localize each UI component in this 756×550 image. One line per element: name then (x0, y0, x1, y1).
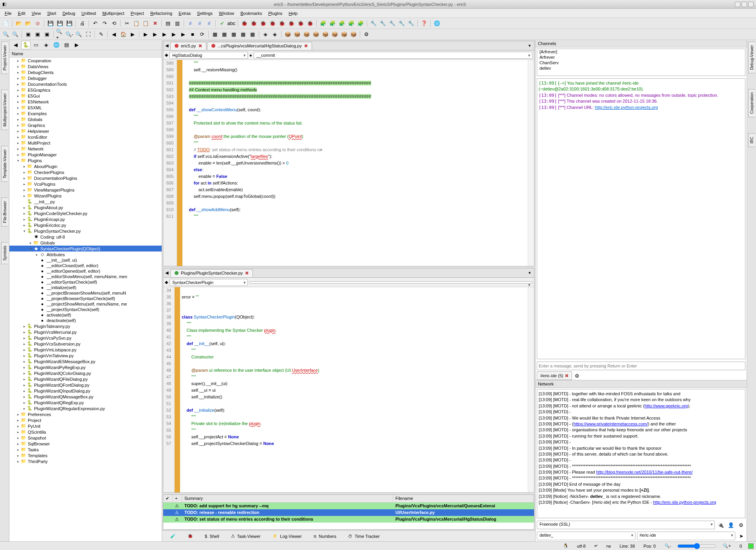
tree-item[interactable]: ▸🐍PluginEricapi.py (9, 216, 162, 222)
debug-run-icon[interactable]: 🐞 (240, 19, 249, 28)
tree-item[interactable]: ▸🐍PluginWizardQFontDialog.py (9, 382, 162, 388)
menu-multiproject[interactable]: Multiproject (99, 10, 127, 17)
tree-item[interactable]: ▾🐍PluginSyntaxChecker.py (9, 228, 162, 234)
view-2-icon[interactable]: ▦ (220, 30, 229, 39)
away-icon[interactable]: 👤 (727, 521, 735, 529)
tree-item[interactable]: ▸📁Globals (9, 240, 162, 246)
plugin-1-icon[interactable]: 🧩 (319, 19, 327, 28)
bookmark-prev-icon[interactable]: # (205, 19, 213, 28)
tree-item[interactable]: ●__init__(self, ui) (9, 257, 162, 263)
menu-debug[interactable]: Debug (60, 10, 78, 17)
plugin-4-icon[interactable]: 🧩 (347, 19, 355, 28)
close-tab-icon[interactable]: ✖ (304, 43, 308, 49)
chat-input[interactable] (537, 362, 745, 370)
tree-item[interactable]: ▸📁IconEditor (9, 134, 162, 140)
nav-home-icon[interactable]: 🏠 (119, 30, 128, 39)
spell-icon[interactable]: abc (227, 19, 236, 28)
proj-6-icon[interactable]: 📦 (330, 30, 339, 39)
tree-item[interactable]: ▸📁Examples (9, 110, 162, 116)
new-file-icon[interactable]: 📄 (2, 19, 10, 28)
join-icon[interactable]: ➤ (737, 532, 745, 540)
open-recent-icon[interactable]: 📂 (24, 19, 32, 28)
proj-tab-translations-icon[interactable]: 🌐 (52, 41, 61, 49)
close-window-button[interactable] (748, 2, 754, 7)
menu-project[interactable]: Project (128, 10, 147, 17)
tree-item[interactable]: ▸🐍PluginVcsPySvn.py (9, 335, 162, 341)
tree-item[interactable]: ▸📁E5Gui (9, 93, 162, 99)
proj-3-icon[interactable]: 📦 (302, 30, 311, 39)
bookmark-next-icon[interactable]: # (195, 19, 204, 28)
copy-icon[interactable]: 📋 (132, 19, 141, 28)
menu-bookmarks[interactable]: Bookmarks (237, 10, 265, 17)
tree-item[interactable]: ●__projectSyntaxCheck(self) (9, 307, 162, 312)
task-check-col[interactable]: ✔ (163, 495, 173, 502)
save-as-icon[interactable]: 💾 (56, 19, 64, 28)
close-file-icon[interactable]: ⊘ (33, 19, 42, 28)
settings-icon[interactable]: ⚙ (737, 521, 745, 529)
tree-item[interactable]: ▸📁Graphics (9, 122, 162, 128)
tree-item[interactable]: ▸🐍PluginWizardE5MessageBox.py (9, 358, 162, 364)
tree-item[interactable]: ▾📁Plugins (9, 157, 162, 163)
proj-8-icon[interactable]: 📦 (349, 30, 358, 39)
tab-list-icon[interactable]: ◀ (163, 43, 170, 48)
server-selector[interactable]: Freenode (SSL) (537, 521, 715, 529)
misc-2-icon[interactable]: ◈ (271, 30, 279, 39)
zoom-in-icon[interactable]: 🔍+ (56, 30, 64, 39)
debug-stop-icon[interactable]: 🐞 (278, 19, 286, 28)
tree-item[interactable]: ▸🐍PluginWizardQInputDialog.py (9, 388, 162, 394)
channel-users[interactable]: [Arfrever]ArfreverChanServdetlev (537, 49, 745, 76)
tree-item[interactable]: ▸📁QScintilla (9, 429, 162, 435)
undo-icon[interactable]: ↶ (91, 19, 99, 28)
tool-5-icon[interactable]: 🔧 (407, 19, 415, 28)
method-selector[interactable]: __commit (254, 52, 532, 59)
user-item[interactable]: [Arfrever] (537, 49, 745, 54)
debug-continue-icon[interactable]: 🐞 (287, 19, 296, 28)
plugin-2-icon[interactable]: 🧩 (328, 19, 337, 28)
proj-5-icon[interactable]: 📦 (321, 30, 330, 39)
right-tab-irc[interactable]: IRC (748, 133, 755, 147)
menu-unittest[interactable]: Unittest (78, 10, 99, 17)
right-tab-cooperation[interactable]: Cooperation (748, 89, 755, 117)
tree-item[interactable]: ▾◆SyntaxCheckerPlugin(QObject) (9, 246, 162, 251)
network-log[interactable]: [13:09] [MOTD] - together with like-mind… (537, 389, 745, 518)
tree-item[interactable]: ●__projectBrowserSyntaxCheck(self) (9, 296, 162, 301)
task-add-col[interactable]: + (173, 495, 182, 502)
editor-2-code[interactable]: 3435363738394041424344454647484950515253… (163, 287, 534, 492)
tool-1-icon[interactable]: 🔧 (369, 19, 378, 28)
edit-icon[interactable]: ✎ (97, 30, 105, 39)
tree-item[interactable]: ▸📁DataViews (9, 63, 162, 69)
bookmark-icon[interactable]: # (186, 19, 195, 28)
proj-tab-sources-icon[interactable]: 🐍 (21, 41, 31, 49)
editor-1-minimap[interactable] (528, 60, 534, 266)
tree-item[interactable]: ▸◇Attributes (9, 251, 162, 257)
tree-item[interactable]: ▸🐍PluginCodeStyleChecker.py (9, 210, 162, 216)
nav-fwd-icon[interactable]: ▶ (128, 30, 137, 39)
revert-icon[interactable]: ⟲ (110, 19, 118, 28)
cut-icon[interactable]: ✂ (123, 19, 131, 28)
tree-item[interactable]: ●__editorSyntaxCheck(self) (9, 279, 162, 285)
method-selector[interactable] (249, 281, 532, 284)
left-tab-multiproject-viewer[interactable]: Multiproject-Viewer (1, 90, 8, 130)
debug-icon[interactable]: 🐞 (306, 19, 314, 28)
proj-tab-left-icon[interactable]: ◀ (11, 41, 20, 49)
vcs-3-icon[interactable]: ▣ (43, 30, 51, 39)
close-tab-icon[interactable]: ✖ (245, 271, 249, 276)
menu-edit[interactable]: Edit (15, 10, 29, 17)
task-row[interactable]: ⚠TODO: add support for hg summary --mqPl… (163, 503, 534, 509)
left-tab-file-browser[interactable]: File-Browser (1, 197, 8, 226)
tree-item[interactable]: ▸📁Project (9, 417, 162, 423)
view-3-icon[interactable]: ▦ (229, 30, 238, 39)
tree-item[interactable]: ▸📁ThirdParty (9, 458, 162, 464)
tree-item[interactable]: ▸📁Globals (9, 116, 162, 122)
zoom-out-icon[interactable]: 🔍- (662, 543, 674, 548)
comment-icon[interactable]: ▤ (164, 19, 172, 28)
tree-item[interactable]: ●__editorShowMenu(self, menuName, men (9, 274, 162, 279)
editor-2-minimap[interactable] (528, 287, 534, 492)
debug-step-icon[interactable]: 🐞 (249, 19, 258, 28)
status-encoding[interactable]: utf-8 (575, 544, 588, 548)
tree-item[interactable]: ▸📁DebugClients (9, 69, 162, 75)
tree-item[interactable]: ▸🐍PluginVcsSubversion.py (9, 341, 162, 347)
search-next-icon[interactable]: 🔍 (11, 30, 20, 39)
tree-item[interactable]: ▸🐍PluginWizardQRegExp.py (9, 400, 162, 405)
connect-icon[interactable]: 🔌 (716, 521, 725, 529)
